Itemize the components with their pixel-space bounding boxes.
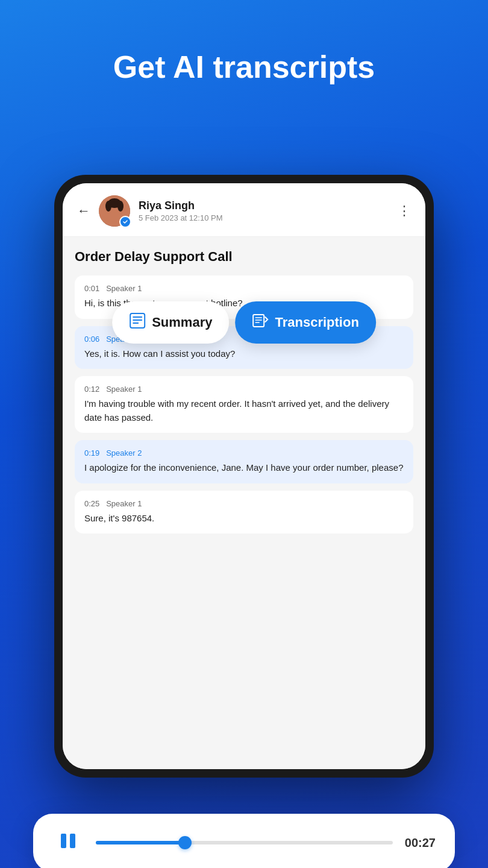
entry-text: I'm having trouble with my recent order.…	[84, 397, 404, 424]
hero-title: Get AI transcripts	[0, 0, 488, 122]
svg-rect-16	[61, 834, 66, 848]
entry-text: Sure, it's 987654.	[84, 512, 404, 526]
transcript-entry: 0:19 Speaker 2 I apologize for the incon…	[75, 440, 413, 483]
back-button[interactable]: ←	[77, 203, 90, 219]
svg-rect-12	[253, 315, 264, 327]
avatar-wrap	[99, 195, 130, 227]
call-info: Riya Singh 5 Feb 2023 at 12:10 PM	[139, 200, 389, 222]
progress-thumb[interactable]	[178, 836, 192, 849]
svg-point-5	[105, 201, 111, 212]
transcription-tab-label: Transcription	[275, 315, 358, 330]
summary-tab[interactable]: Summary	[112, 301, 229, 344]
call-header: ←	[63, 183, 425, 237]
entry-text: I apologize for the inconvenience, Jane.…	[84, 461, 404, 475]
progress-fill	[96, 841, 185, 844]
time-display: 00:27	[405, 836, 436, 850]
call-title: Order Delay Support Call	[75, 249, 413, 265]
player-bar: 00:27	[33, 814, 455, 868]
transcription-icon	[252, 312, 269, 333]
entry-meta: 0:01 Speaker 1	[84, 284, 404, 293]
summary-icon	[129, 312, 146, 333]
more-button[interactable]: ⋮	[398, 203, 411, 219]
transcript-entry: 0:12 Speaker 1 I'm having trouble with m…	[75, 376, 413, 433]
tabs-container: Summary Transcription	[112, 301, 376, 344]
entry-meta: 0:12 Speaker 1	[84, 385, 404, 394]
caller-name: Riya Singh	[139, 200, 389, 212]
transcription-tab[interactable]: Transcription	[235, 301, 375, 344]
svg-rect-17	[70, 834, 75, 848]
summary-tab-label: Summary	[152, 315, 212, 330]
phone-screen: ←	[63, 183, 425, 769]
pause-icon	[55, 828, 81, 858]
svg-point-6	[117, 201, 124, 212]
entry-text: Yes, it is. How can I assist you today?	[84, 347, 404, 361]
phone-frame: ←	[54, 175, 434, 778]
progress-track[interactable]	[96, 841, 393, 844]
call-date: 5 Feb 2023 at 12:10 PM	[139, 213, 389, 222]
entry-meta: 0:25 Speaker 1	[84, 499, 404, 508]
play-pause-button[interactable]	[52, 827, 84, 858]
avatar-badge	[119, 216, 131, 228]
transcript-entry: 0:25 Speaker 1 Sure, it's 987654.	[75, 491, 413, 534]
entry-meta: 0:19 Speaker 2	[84, 448, 404, 458]
